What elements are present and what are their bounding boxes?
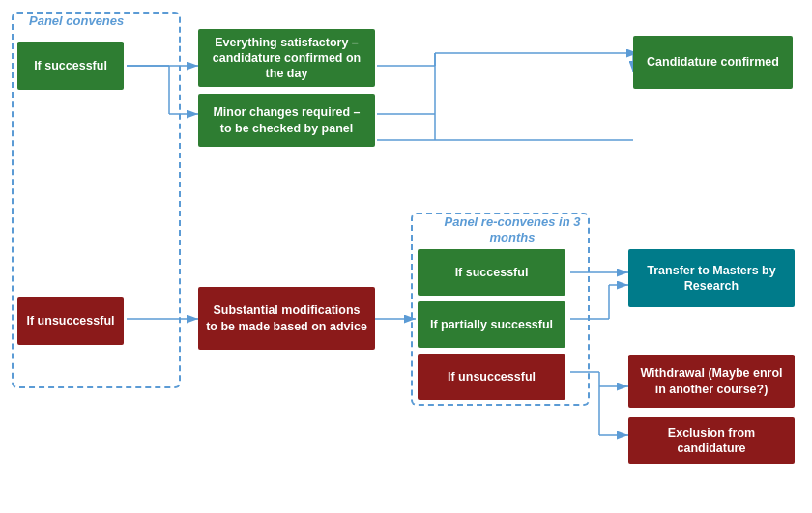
minor-changes-box: Minor changes required – to be checked b… bbox=[198, 94, 375, 147]
if-partially-successful-box: If partially successful bbox=[418, 301, 566, 348]
if-successful-box: If successful bbox=[17, 42, 124, 90]
recheck-if-unsuccessful-box: If unsuccessful bbox=[418, 354, 566, 400]
candidature-confirmed-box: Candidature confirmed bbox=[633, 36, 793, 89]
exclusion-box: Exclusion from candidature bbox=[628, 417, 795, 464]
diagram: Panel convenes Panel re-convenes in 3 mo… bbox=[0, 0, 812, 513]
panel1-label: Panel convenes bbox=[29, 14, 124, 28]
transfer-masters-box: Transfer to Masters by Research bbox=[628, 249, 795, 307]
everything-satisfactory-box: Everything satisfactory – candidature co… bbox=[198, 29, 375, 87]
if-unsuccessful-box: If unsuccessful bbox=[17, 297, 124, 345]
recheck-if-successful-box: If successful bbox=[418, 249, 566, 296]
withdrawal-box: Withdrawal (Maybe enrol in another cours… bbox=[628, 355, 795, 408]
panel2-label: Panel re-convenes in 3 months bbox=[440, 214, 585, 244]
substantial-modifications-box: Substantial modifications to be made bas… bbox=[198, 287, 375, 350]
